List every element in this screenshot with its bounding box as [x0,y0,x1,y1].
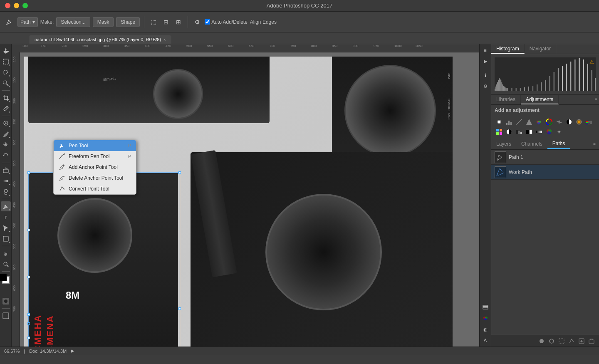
history-brush-tool[interactable] [1,151,11,161]
make-label: Make: [40,19,54,25]
workpath-item[interactable]: Work Path [491,165,599,180]
gradient-tool[interactable]: ▸ [1,176,11,186]
panel-options[interactable]: ≡ [593,95,599,104]
settings-icon[interactable]: ⚙ [192,17,202,27]
canvas-viewport[interactable]: 8578491 ТРИПЛЕТ 6-9-3 ЛИА СМЕНА SMENA [20,52,479,347]
tab-close-button[interactable]: × [163,37,166,42]
lasso-tool[interactable]: ▸ [1,67,11,77]
clone-tool[interactable] [1,140,11,150]
ctx-convert-point[interactable]: Convert Point Tool [54,183,136,194]
threshold-adj[interactable] [525,127,534,136]
foreground-color-swatch[interactable] [0,274,7,281]
fill-path-btn[interactable] [537,337,546,345]
tool-dropdown[interactable]: Path ▾ [17,17,38,27]
histogram-tab[interactable]: Histogram [491,44,525,54]
adjustments-icon[interactable]: ◐ [481,325,490,334]
shapes-tool[interactable]: ▸ [1,234,11,244]
invert-adj[interactable] [505,127,514,136]
gradient-map-adj[interactable] [535,127,544,136]
layers-tab[interactable]: Layers [491,139,516,149]
document-tab[interactable]: natanni-hLSwrt4L6Lc-unsplash.jpg @ 66.7%… [29,35,171,44]
ctx-freeform-pen-tool[interactable]: Freeform Pen Tool P [54,151,136,162]
info-btn[interactable]: ℹ [481,71,490,80]
layers-options[interactable]: ≡ [590,140,599,148]
path1-item[interactable]: Path 1 [491,150,599,165]
quick-select-tool[interactable]: ▸ [1,78,11,88]
load-as-selection-btn[interactable] [557,337,566,345]
new-path-btn[interactable] [577,337,586,345]
pen-tool-icon[interactable] [3,16,15,28]
path-select-tool[interactable]: ▸ [1,223,11,233]
adjustments-tab[interactable]: Adjustments [521,95,559,104]
navigator-tab[interactable]: Navigator [525,44,556,54]
mask-button[interactable]: Mask [93,17,114,27]
make-from-selection-btn[interactable] [567,337,576,345]
svg-rect-46 [502,84,503,91]
ctx-pen-tool[interactable]: Pen Tool P [54,140,136,151]
delete-path-btn[interactable] [587,337,596,345]
settings-btn[interactable]: ⚙ [481,82,490,91]
close-button[interactable] [5,3,10,8]
brush-tool[interactable]: ▸ [1,129,11,139]
move-tool[interactable] [1,46,11,56]
ruler-corner [12,44,20,52]
maximize-button[interactable] [22,3,28,8]
freeform-pen-icon [59,153,65,160]
channels-tab[interactable]: Channels [516,139,547,149]
ctx-add-anchor[interactable]: Add Anchor Point Tool [54,162,136,173]
channel-mixer-adj[interactable] [584,117,594,126]
vibrance-adj[interactable] [535,117,544,126]
hsl-adj[interactable] [545,117,554,126]
navigate-btn[interactable]: ▶ [481,57,490,66]
svg-rect-31 [483,307,488,308]
stroke-path-btn[interactable] [547,337,556,345]
brightness2-adj[interactable]: ☀ [554,127,564,136]
color-swatches[interactable] [0,274,12,286]
photo-filter-adj[interactable] [574,117,584,126]
type-tool[interactable]: T [1,212,11,222]
healing-tool[interactable]: ▸ [1,118,11,128]
dodge-tool[interactable]: ▸ [1,187,11,197]
minimize-button[interactable] [14,3,19,8]
selection-button[interactable]: Selection... [56,17,90,27]
svg-rect-77 [508,121,510,125]
hand-tool[interactable] [1,248,11,258]
svg-rect-95 [496,129,499,131]
colorbalance-adj[interactable] [554,117,564,126]
adjustments-section: Libraries Adjustments ≡ Add an adjustmen… [491,94,599,138]
pen-tool[interactable]: ▸ [1,201,11,211]
curves-adj[interactable] [515,117,524,126]
crop-tool[interactable]: ▸ [1,93,11,103]
transform-icon[interactable]: ⬚ [149,17,158,27]
libraries-tab[interactable]: Libraries [491,95,521,104]
color-lookup-adj[interactable] [495,127,504,136]
svg-rect-98 [500,132,502,135]
svg-rect-57 [528,87,529,91]
expand-panel-btn[interactable]: ≡ [481,46,490,55]
svg-rect-69 [579,58,580,91]
warp-icon[interactable]: ⊞ [173,17,183,27]
rectangle-select-tool[interactable]: ▸ [1,57,11,67]
screen-mode-tool[interactable] [1,311,11,321]
levels-adj[interactable] [505,117,514,126]
exposure-adj[interactable] [525,117,534,126]
brightness-adj[interactable] [495,117,504,126]
align-icon[interactable]: ⊟ [161,17,171,27]
eyedropper-tool[interactable]: ▸ [1,104,11,114]
type-icon[interactable]: A [481,336,490,345]
layers-icon[interactable] [481,303,490,312]
channels-icon[interactable] [481,314,490,323]
bw-adj[interactable] [564,117,574,126]
auto-add-delete-label[interactable]: Auto Add/Delete [205,19,248,25]
shape-button[interactable]: Shape [116,17,140,27]
svg-rect-90 [586,124,588,124]
auto-add-delete-checkbox[interactable] [205,19,210,25]
quick-mask-tool[interactable] [1,296,11,306]
status-arrow[interactable]: ▶ [71,348,74,354]
zoom-tool[interactable] [1,259,11,269]
posterize-adj[interactable] [515,127,524,136]
selective-color-adj[interactable] [545,127,554,136]
eraser-tool[interactable]: ▸ [1,165,11,175]
ctx-delete-anchor[interactable]: Delete Anchor Point Tool [54,173,136,183]
paths-tab[interactable]: Paths [547,139,570,149]
